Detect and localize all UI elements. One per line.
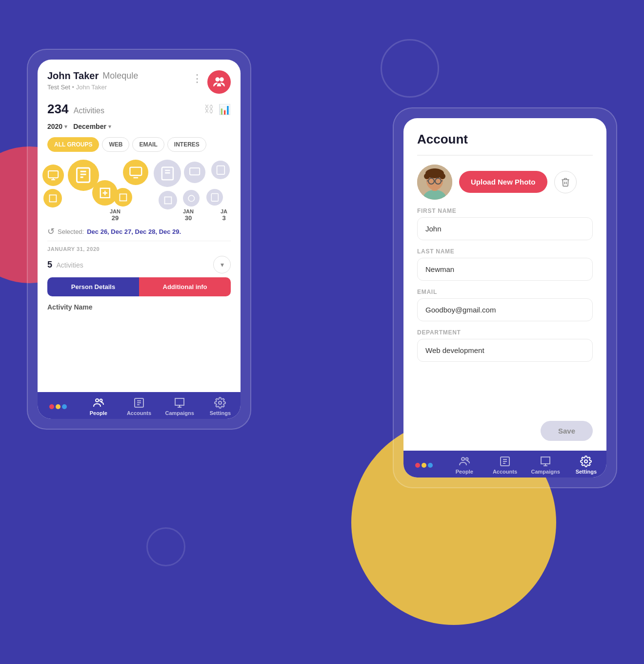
bubble-gray-5[interactable] <box>183 190 200 207</box>
nav-settings[interactable]: Settings <box>205 397 235 416</box>
svg-rect-2 <box>48 171 58 178</box>
delete-photo-button[interactable] <box>554 171 577 193</box>
refresh-icon[interactable]: ↺ <box>47 226 55 237</box>
svg-point-14 <box>100 399 102 402</box>
nav-people[interactable]: People <box>84 397 113 416</box>
bubble-chart: JAN 29 JAN 30 JA 3 <box>38 156 241 224</box>
nav-accounts-label: Accounts <box>127 410 151 416</box>
svg-rect-6 <box>130 167 141 175</box>
bubble-gray-4[interactable] <box>159 191 177 209</box>
stats-info: 234 Activities <box>47 102 104 117</box>
nav-campaigns-label: Campaigns <box>165 410 194 416</box>
svg-line-29 <box>427 181 428 181</box>
bubble-5[interactable] <box>92 180 118 206</box>
bubble-6[interactable] <box>114 188 132 207</box>
contact-subtitle: Test Set • John Taker <box>47 83 138 91</box>
right-nav-campaigns[interactable]: Campaigns <box>531 456 560 475</box>
left-header-title: John Taker Molequle <box>47 70 138 82</box>
date-label-jan31: JA 3 <box>221 208 227 222</box>
department-group: DEPARTMENT <box>417 329 593 362</box>
menu-dots-icon[interactable]: ⋮ <box>192 72 202 85</box>
person-details-tab[interactable]: Person Details <box>47 277 139 296</box>
section-date-label: JANUARY 31, 2020 <box>38 241 241 254</box>
activity-name-label: Activity Name <box>38 300 241 313</box>
last-name-group: LAST NAME <box>417 248 593 281</box>
contact-name: John Taker <box>47 70 99 82</box>
svg-line-30 <box>441 181 443 181</box>
nav-accounts[interactable]: Accounts <box>124 397 154 416</box>
left-phone-content: John Taker Molequle Test Set • John Take… <box>38 60 241 419</box>
right-nav-logo[interactable] <box>409 463 439 468</box>
right-nav-accounts[interactable]: Accounts <box>490 456 520 475</box>
svg-point-24 <box>438 171 443 176</box>
header-divider <box>417 155 593 156</box>
activities-count-row: 5 Activities ▾ <box>38 254 241 277</box>
right-logo-icon <box>415 463 433 468</box>
share-icon[interactable]: ⛓ <box>204 104 214 115</box>
bubble-3[interactable] <box>123 160 148 185</box>
bubble-gray-2[interactable] <box>184 162 205 183</box>
right-nav-settings[interactable]: Settings <box>571 456 601 475</box>
photo-section: Upload New Photo <box>403 165 606 208</box>
right-header: Account <box>403 118 606 155</box>
svg-point-11 <box>188 195 194 201</box>
month-filter[interactable]: December ▾ <box>73 123 111 130</box>
email-label: EMAIL <box>417 289 593 295</box>
bubble-gray-1[interactable] <box>154 160 181 187</box>
tab-email[interactable]: EMAIL <box>132 137 164 152</box>
month-chevron-icon: ▾ <box>108 124 111 130</box>
left-header-info: John Taker Molequle Test Set • John Take… <box>47 70 138 91</box>
nav-logo[interactable] <box>43 404 73 409</box>
upload-photo-button[interactable]: Upload New Photo <box>459 171 547 193</box>
left-bottom-nav: People Accounts Campaigns <box>38 392 241 419</box>
department-input[interactable] <box>417 339 593 362</box>
expand-button[interactable]: ▾ <box>213 256 231 273</box>
tab-web[interactable]: WEB <box>102 137 129 152</box>
stats-row: 234 Activities ⛓ 📊 <box>38 99 241 121</box>
svg-point-23 <box>426 171 431 176</box>
first-name-label: FIRST NAME <box>417 208 593 214</box>
bubble-1[interactable] <box>42 165 64 186</box>
email-group: EMAIL <box>417 289 593 321</box>
additional-info-tab[interactable]: Additional info <box>139 277 231 296</box>
nav-campaigns[interactable]: Campaigns <box>165 397 194 416</box>
bubble-gray-3[interactable] <box>211 161 230 179</box>
tab-interests[interactable]: INTERES <box>167 137 206 152</box>
save-button[interactable]: Save <box>541 421 593 441</box>
svg-point-1 <box>220 78 223 81</box>
right-nav-settings-label: Settings <box>576 469 597 475</box>
department-label: DEPARTMENT <box>417 329 593 336</box>
selected-dates-text: Dec 26, Dec 27, Dec 28, Dec 29. <box>87 228 181 235</box>
logo-icon <box>49 404 67 409</box>
right-phone-frame: Account <box>393 107 617 488</box>
last-name-input[interactable] <box>417 258 593 281</box>
chart-icon[interactable]: 📊 <box>219 104 231 115</box>
email-input[interactable] <box>417 298 593 321</box>
right-nav-campaigns-label: Campaigns <box>531 469 560 475</box>
activities-info: 5 Activities <box>47 260 83 270</box>
right-nav-accounts-label: Accounts <box>493 469 517 475</box>
selected-dates-row: ↺ Selected: Dec 26, Dec 27, Dec 28, Dec … <box>38 224 241 241</box>
right-nav-people-label: People <box>456 469 473 475</box>
account-title: Account <box>417 132 593 147</box>
right-nav-people[interactable]: People <box>450 456 479 475</box>
svg-rect-12 <box>211 193 218 201</box>
bubble-gray-6[interactable] <box>206 189 223 206</box>
svg-rect-10 <box>217 166 224 174</box>
svg-point-34 <box>584 460 587 463</box>
svg-point-0 <box>216 78 220 81</box>
year-filter[interactable]: 2020 ▾ <box>47 123 67 130</box>
tab-all-groups[interactable]: ALL GROUPS <box>47 137 99 152</box>
svg-rect-9 <box>190 168 200 175</box>
svg-point-32 <box>465 458 468 460</box>
stats-icons: ⛓ 📊 <box>204 104 231 115</box>
date-filters: 2020 ▾ December ▾ <box>38 121 241 134</box>
bubble-4[interactable] <box>43 189 62 208</box>
activity-tabs: ALL GROUPS WEB EMAIL INTERES <box>38 134 241 156</box>
avatar-icon-btn[interactable] <box>207 70 231 94</box>
right-bottom-nav: People Accounts Campaigns <box>403 451 606 477</box>
year-chevron-icon: ▾ <box>64 124 67 130</box>
profile-photo <box>417 165 452 200</box>
first-name-input[interactable] <box>417 217 593 240</box>
last-name-label: LAST NAME <box>417 248 593 255</box>
